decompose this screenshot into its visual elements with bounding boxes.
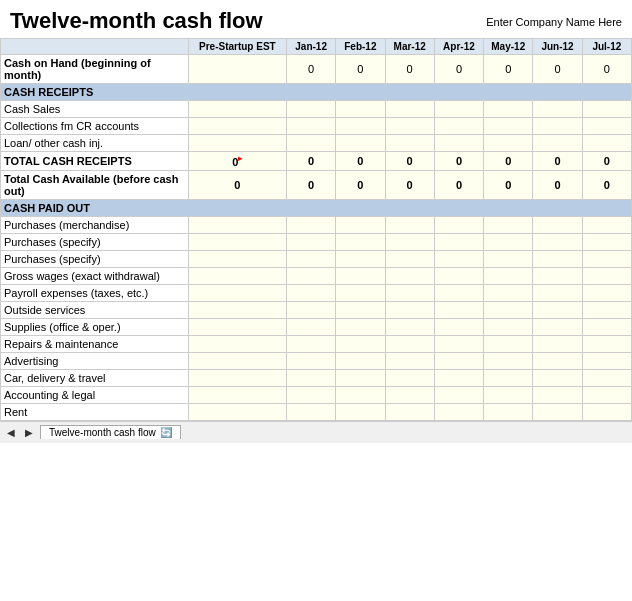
data-cell[interactable] [385, 335, 434, 352]
data-cell[interactable] [434, 352, 483, 369]
data-cell[interactable] [188, 233, 286, 250]
data-cell[interactable]: 0 [385, 55, 434, 84]
data-cell[interactable] [286, 233, 335, 250]
data-cell[interactable] [385, 386, 434, 403]
data-cell[interactable] [188, 318, 286, 335]
data-cell[interactable] [188, 216, 286, 233]
data-cell[interactable] [582, 135, 631, 152]
data-cell[interactable] [533, 318, 582, 335]
data-cell[interactable] [188, 284, 286, 301]
data-cell[interactable] [582, 267, 631, 284]
data-cell[interactable] [385, 118, 434, 135]
data-cell[interactable] [188, 386, 286, 403]
data-cell[interactable] [434, 250, 483, 267]
data-cell[interactable] [434, 267, 483, 284]
data-cell[interactable] [385, 403, 434, 420]
data-cell[interactable] [533, 216, 582, 233]
data-cell[interactable]: 0 [336, 170, 385, 199]
data-cell[interactable] [434, 118, 483, 135]
data-cell[interactable] [385, 352, 434, 369]
data-cell[interactable]: 0 [484, 55, 533, 84]
data-cell[interactable] [434, 233, 483, 250]
data-cell[interactable] [533, 101, 582, 118]
data-cell[interactable] [286, 135, 335, 152]
data-cell[interactable] [385, 250, 434, 267]
data-cell[interactable]: 0 [533, 152, 582, 171]
data-cell[interactable] [336, 403, 385, 420]
data-cell[interactable] [582, 233, 631, 250]
data-cell[interactable] [188, 352, 286, 369]
data-cell[interactable]: 0 [434, 170, 483, 199]
data-cell[interactable] [286, 403, 335, 420]
data-cell[interactable] [286, 284, 335, 301]
data-cell[interactable]: 0 [336, 152, 385, 171]
data-cell[interactable]: 0 [582, 55, 631, 84]
data-cell[interactable] [336, 301, 385, 318]
data-cell[interactable] [484, 101, 533, 118]
data-cell[interactable] [385, 318, 434, 335]
data-cell[interactable] [385, 369, 434, 386]
data-cell[interactable] [582, 335, 631, 352]
data-cell[interactable] [336, 216, 385, 233]
data-cell[interactable] [336, 135, 385, 152]
data-cell[interactable] [286, 118, 335, 135]
data-cell[interactable] [286, 101, 335, 118]
data-cell[interactable]: 0 [533, 55, 582, 84]
data-cell[interactable] [188, 335, 286, 352]
data-cell[interactable] [533, 386, 582, 403]
data-cell[interactable] [434, 318, 483, 335]
tab-prev-button[interactable]: ◀ [4, 427, 18, 438]
data-cell[interactable] [336, 386, 385, 403]
data-cell[interactable] [582, 101, 631, 118]
data-cell[interactable] [533, 301, 582, 318]
company-name[interactable]: Enter Company Name Here [486, 8, 622, 28]
data-cell[interactable] [385, 301, 434, 318]
data-cell[interactable] [188, 267, 286, 284]
data-cell[interactable] [582, 386, 631, 403]
data-cell[interactable] [385, 233, 434, 250]
data-cell[interactable]: 0 [533, 170, 582, 199]
data-cell[interactable] [484, 386, 533, 403]
data-cell[interactable]: 0 [434, 55, 483, 84]
data-cell[interactable]: 0 [286, 152, 335, 171]
data-cell[interactable] [484, 135, 533, 152]
data-cell[interactable]: 0 [385, 170, 434, 199]
data-cell[interactable] [286, 386, 335, 403]
data-cell[interactable] [336, 233, 385, 250]
data-cell[interactable] [385, 284, 434, 301]
data-cell[interactable] [385, 216, 434, 233]
sheet-tab[interactable]: Twelve-month cash flow 🔄 [40, 425, 181, 439]
data-cell[interactable]: 0 [336, 55, 385, 84]
data-cell[interactable] [385, 101, 434, 118]
data-cell[interactable] [484, 335, 533, 352]
data-cell[interactable] [336, 284, 385, 301]
data-cell[interactable] [188, 118, 286, 135]
data-cell[interactable] [533, 118, 582, 135]
data-cell[interactable] [336, 335, 385, 352]
data-cell[interactable]: 0 [286, 55, 335, 84]
data-cell[interactable] [434, 301, 483, 318]
data-cell[interactable] [582, 301, 631, 318]
data-cell[interactable] [385, 267, 434, 284]
tab-next-button[interactable]: ▶ [22, 427, 36, 438]
data-cell[interactable] [385, 135, 434, 152]
data-cell[interactable] [484, 301, 533, 318]
data-cell[interactable] [286, 216, 335, 233]
data-cell[interactable] [484, 352, 533, 369]
data-cell[interactable] [434, 284, 483, 301]
data-cell[interactable]: 0▸ [188, 152, 286, 171]
data-cell[interactable] [533, 233, 582, 250]
data-cell[interactable] [286, 352, 335, 369]
data-cell[interactable] [286, 250, 335, 267]
data-cell[interactable] [533, 267, 582, 284]
data-cell[interactable] [188, 135, 286, 152]
data-cell[interactable]: 0 [582, 170, 631, 199]
data-cell[interactable] [336, 369, 385, 386]
data-cell[interactable]: 0 [484, 170, 533, 199]
data-cell[interactable] [484, 233, 533, 250]
data-cell[interactable] [484, 284, 533, 301]
data-cell[interactable] [286, 267, 335, 284]
data-cell[interactable] [484, 216, 533, 233]
data-cell[interactable] [188, 55, 286, 84]
data-cell[interactable] [533, 284, 582, 301]
